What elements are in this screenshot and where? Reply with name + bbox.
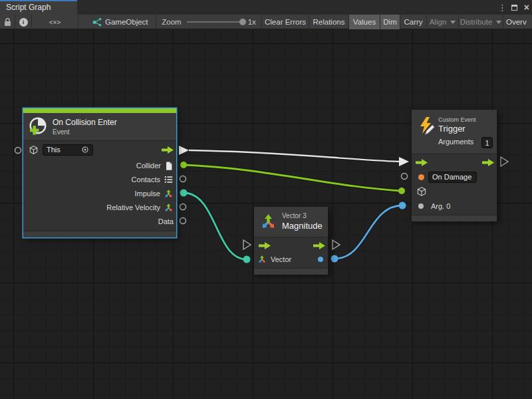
arg-port-dot[interactable] [418, 203, 424, 209]
wire-magnitude[interactable] [334, 205, 402, 259]
maximize-icon[interactable] [511, 5, 517, 11]
node-footer [23, 231, 176, 237]
custom-event-icon [418, 116, 436, 136]
wire-collider[interactable] [184, 165, 401, 191]
port-label: Impulse [134, 190, 160, 198]
carry-button[interactable]: Carry [400, 15, 427, 29]
zoom-slider-knob[interactable] [239, 19, 246, 25]
graph-toolbar: i <×> GameObject Zoom 1x Clear Errors Re… [0, 15, 532, 29]
target-label: GameObject [105, 18, 148, 26]
vector3-icon [164, 203, 174, 213]
dropdown-arrow-icon [496, 21, 501, 24]
port-row-impulse[interactable]: Impulse [23, 186, 176, 201]
float-port-dot[interactable] [318, 257, 323, 262]
node-title: Trigger [438, 124, 466, 134]
string-port-dot[interactable] [418, 174, 424, 180]
event-name-field[interactable]: On Damage [428, 172, 477, 183]
data-output-port[interactable] [180, 218, 186, 224]
zoom-label: Zoom [162, 18, 181, 26]
contacts-output-port[interactable] [180, 176, 186, 182]
button-label: Align [430, 18, 447, 26]
flow-out-arrow-icon[interactable] [313, 242, 325, 249]
button-label: Clear Errors [265, 18, 306, 26]
button-label: Distribute [460, 18, 493, 26]
flow-in-arrow-icon[interactable] [416, 159, 428, 166]
button-label: Relations [313, 18, 345, 26]
wire-flow[interactable] [189, 150, 400, 162]
relative-velocity-output-port[interactable] [180, 204, 186, 210]
dropdown-arrow-icon [450, 21, 456, 24]
magnitude-flow-in-port[interactable] [243, 240, 251, 249]
graph-target[interactable]: GameObject [78, 15, 156, 29]
zoom-control: Zoom 1x [156, 15, 262, 29]
flow-out-arrow-icon[interactable] [482, 159, 494, 166]
info-button[interactable]: i [15, 15, 32, 29]
values-toggle[interactable]: Values [349, 15, 380, 29]
node-category: Custom Event [438, 116, 476, 123]
zoom-slider[interactable] [187, 21, 243, 23]
port-row-collider[interactable]: Collider [23, 158, 176, 173]
arguments-count-field[interactable]: 1 [481, 137, 493, 148]
node-title: Magnitude [282, 221, 323, 231]
event-target-port[interactable] [15, 148, 21, 154]
overview-button[interactable]: Overv [503, 15, 532, 29]
target-row[interactable] [412, 184, 497, 199]
node-on-collision-enter[interactable]: On Collision Enter Event This Collider [23, 108, 176, 237]
align-dropdown[interactable]: Align [427, 15, 459, 29]
arg0-row[interactable]: Arg. 0 [412, 199, 497, 213]
flow-arrowhead [399, 157, 409, 166]
gameobject-cube-icon [416, 186, 427, 197]
node-header: Custom Event Trigger Arguments 1 [412, 110, 497, 154]
event-name-row: On Damage [412, 170, 497, 184]
magnitude-output-port[interactable] [331, 255, 338, 263]
event-name-input-port[interactable] [402, 174, 408, 180]
port-row-data[interactable]: Data [23, 214, 176, 229]
this-object-field[interactable]: This [43, 144, 93, 156]
button-label: Carry [404, 18, 422, 26]
port-row-contacts[interactable]: Contacts [23, 172, 176, 187]
node-trigger-custom-event[interactable]: Custom Event Trigger Arguments 1 On Dama… [411, 109, 497, 221]
wire-outline [184, 193, 247, 259]
port-label: Contacts [132, 176, 160, 184]
relations-button[interactable]: Relations [309, 15, 349, 29]
trigger-flow-out-port[interactable] [501, 157, 508, 166]
target-picker-icon[interactable] [81, 146, 89, 154]
wire-outline [184, 165, 401, 191]
clear-errors-button[interactable]: Clear Errors [262, 15, 309, 29]
zoom-value: 1x [248, 18, 256, 26]
flow-row [412, 155, 497, 170]
flow-in-arrow-icon[interactable] [259, 242, 271, 249]
event-name-value: On Damage [432, 173, 471, 181]
impulse-output-port[interactable] [180, 190, 188, 197]
close-icon[interactable]: × [524, 4, 529, 11]
node-vector3-magnitude[interactable]: Vector 3 Magnitude Vector [253, 206, 329, 274]
edit-graph-button[interactable]: <×> [32, 15, 78, 29]
flow-output-port[interactable] [179, 146, 189, 155]
vector3-icon [259, 213, 277, 231]
wire-outline [189, 150, 400, 162]
port-label: Relative Velocity [106, 203, 160, 211]
target-input-port[interactable] [398, 188, 405, 194]
magnitude-flow-out-port[interactable] [332, 240, 340, 249]
flow-out-arrow-icon[interactable] [162, 146, 174, 154]
lock-button[interactable] [0, 15, 15, 29]
node-footer [254, 268, 328, 275]
port-row-relative-velocity[interactable]: Relative Velocity [23, 200, 176, 215]
vector-input-row[interactable]: Vector [254, 252, 328, 267]
port-label: Collider [136, 162, 161, 170]
node-header: Vector 3 Magnitude [254, 207, 328, 237]
flow-row [254, 238, 328, 253]
wire-impulse[interactable] [184, 193, 247, 259]
button-label: Values [353, 18, 376, 26]
node-body: This Collider Contacts Impulse [23, 140, 176, 231]
distribute-dropdown[interactable]: Distribute [459, 15, 503, 29]
arguments-value: 1 [485, 139, 489, 147]
collider-output-port[interactable] [180, 162, 187, 168]
tab-script-graph[interactable]: Script Graph [0, 0, 77, 15]
vector-input-port[interactable] [243, 256, 251, 263]
graph-canvas[interactable]: On Collision Enter Event This Collider [0, 29, 532, 399]
collider-file-icon [164, 161, 174, 171]
dim-toggle[interactable]: Dim [380, 15, 400, 29]
kebab-menu-icon[interactable]: ⋮ [498, 3, 505, 13]
arg0-input-port[interactable] [399, 202, 406, 209]
